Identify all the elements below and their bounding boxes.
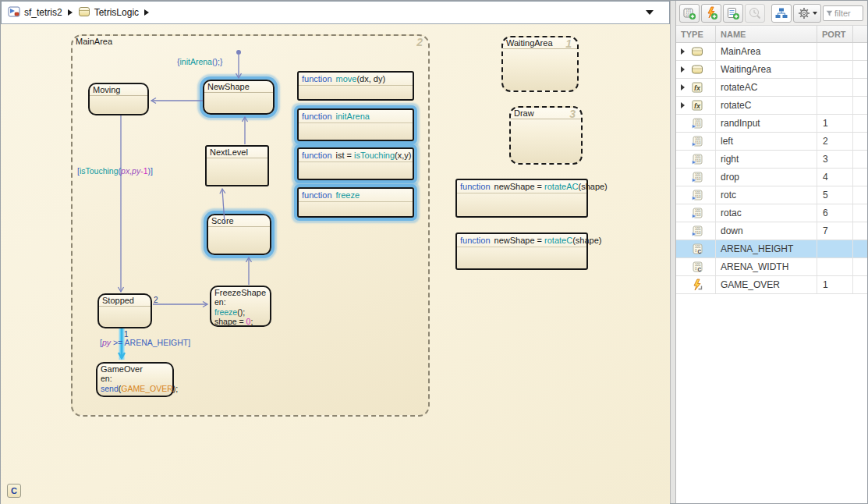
- name-cell[interactable]: rotc: [716, 186, 817, 204]
- name-cell[interactable]: MainArea: [716, 43, 817, 60]
- add-event-button[interactable]: [701, 4, 721, 23]
- table-row[interactable]: rotac6: [676, 204, 867, 222]
- name-cell[interactable]: WaitingArea: [716, 61, 817, 78]
- function-signature: functionnewShape = rotateC(shape): [457, 234, 586, 247]
- symbols-toolbar: 101010: [676, 1, 867, 26]
- port-cell[interactable]: [817, 61, 853, 78]
- state-newshape[interactable]: NewShape: [203, 80, 275, 115]
- chart-editor-pane: sf_tetris2 TetrisLogic MainArea 2 Waitin…: [1, 1, 670, 503]
- name-cell[interactable]: right: [716, 151, 817, 168]
- spacer-cell: [853, 97, 867, 114]
- port-cell[interactable]: 5: [817, 186, 853, 204]
- state-moving[interactable]: Moving: [88, 83, 149, 115]
- name-cell[interactable]: rotateC: [716, 97, 817, 114]
- expander-icon[interactable]: [681, 48, 685, 55]
- table-row[interactable]: drop4: [676, 169, 867, 186]
- port-cell[interactable]: 6: [817, 204, 853, 222]
- table-row[interactable]: MainArea: [676, 43, 867, 61]
- execution-order-badge: 2: [416, 36, 423, 48]
- state-draw[interactable]: Draw 3: [509, 106, 583, 165]
- add-data-button[interactable]: 101010: [679, 4, 700, 23]
- table-row[interactable]: rotateC: [676, 97, 867, 115]
- state-nextlevel[interactable]: NextLevel: [205, 145, 269, 186]
- port-cell[interactable]: [817, 79, 853, 96]
- settings-menu-button[interactable]: [793, 4, 821, 23]
- table-row[interactable]: randInput1: [676, 115, 867, 133]
- port-cell[interactable]: [817, 43, 853, 60]
- breadcrumb-arrow-icon[interactable]: [144, 9, 149, 16]
- name-cell[interactable]: drop: [716, 169, 817, 186]
- data-input-icon: [691, 135, 703, 147]
- breadcrumb-item-chart[interactable]: TetrisLogic: [94, 7, 139, 18]
- state-score[interactable]: Score: [207, 214, 271, 255]
- function-rotatec[interactable]: functionnewShape = rotateC(shape): [455, 232, 588, 270]
- filter-input[interactable]: [834, 9, 860, 18]
- function-move[interactable]: functionmove(dx, dy): [297, 71, 414, 101]
- function-istouching[interactable]: functionist = isTouching(x,y): [297, 147, 414, 180]
- spacer-cell: [853, 43, 867, 60]
- table-row[interactable]: rotc5: [676, 186, 867, 204]
- function-rotateac[interactable]: functionnewShape = rotateAC(shape): [455, 179, 588, 218]
- state-title: Score: [208, 215, 270, 227]
- chevron-down-icon[interactable]: [646, 10, 654, 15]
- table-row[interactable]: down7: [676, 222, 867, 240]
- name-cell[interactable]: rotac: [716, 204, 817, 222]
- type-cell: [676, 151, 716, 168]
- port-cell[interactable]: 4: [817, 169, 853, 186]
- function-icon: [691, 99, 703, 112]
- spacer-cell: [853, 240, 867, 257]
- data-input-icon: [691, 117, 703, 130]
- port-cell[interactable]: 3: [817, 151, 853, 168]
- table-row[interactable]: ARENA_HEIGHT: [676, 240, 867, 258]
- function-initarena[interactable]: functioninitArena: [297, 108, 414, 141]
- pane-divider[interactable]: [670, 1, 676, 503]
- port-cell[interactable]: [817, 258, 853, 275]
- function-signature: functionist = isTouching(x,y): [299, 149, 413, 162]
- execution-order-badge: 1: [565, 37, 572, 50]
- state-stopped[interactable]: Stopped: [97, 293, 152, 328]
- expander-icon[interactable]: [681, 102, 685, 108]
- name-cell[interactable]: ARENA_HEIGHT: [716, 240, 817, 257]
- state-freezeshape[interactable]: FreezeShape en: freeze(); shape = 0;: [210, 286, 271, 327]
- name-cell[interactable]: GAME_OVER: [716, 276, 817, 293]
- name-cell[interactable]: rotateAC: [716, 79, 817, 96]
- table-row[interactable]: ARENA_WIDTH: [676, 258, 867, 276]
- data-input-icon: [691, 189, 703, 201]
- function-freeze[interactable]: functionfreeze: [297, 187, 414, 218]
- chart-canvas[interactable]: MainArea 2 WaitingArea 1 Draw 3 Moving N…: [1, 24, 670, 504]
- expander-icon[interactable]: [681, 66, 685, 73]
- port-cell[interactable]: 2: [817, 133, 853, 150]
- name-cell[interactable]: randInput: [716, 115, 817, 132]
- port-cell[interactable]: [817, 240, 853, 257]
- port-cell[interactable]: 7: [817, 222, 853, 240]
- trace-selection-button[interactable]: [745, 4, 765, 23]
- name-cell[interactable]: down: [716, 222, 817, 240]
- expander-icon[interactable]: [681, 84, 685, 91]
- type-cell: [676, 258, 716, 275]
- state-gameover[interactable]: GameOver en: send(GAME_OVER);: [96, 362, 174, 397]
- state-waitingarea[interactable]: WaitingArea 1: [501, 36, 579, 92]
- view-hierarchy-button[interactable]: [771, 4, 792, 23]
- port-cell[interactable]: 1: [817, 276, 853, 293]
- table-row[interactable]: GAME_OVER1: [676, 276, 867, 294]
- state-icon: [691, 63, 703, 76]
- table-row[interactable]: left2: [676, 133, 867, 151]
- breadcrumb-arrow-icon[interactable]: [68, 9, 73, 16]
- table-row[interactable]: rotateAC: [676, 79, 867, 97]
- state-title: FreezeShape: [211, 287, 270, 297]
- action-language-badge[interactable]: C: [7, 484, 21, 498]
- type-cell: [676, 79, 716, 96]
- table-row[interactable]: right3: [676, 151, 867, 169]
- column-header-port: PORT: [817, 26, 853, 42]
- name-cell[interactable]: left: [716, 133, 817, 150]
- port-cell[interactable]: 1: [817, 115, 853, 132]
- function-signature: functionmove(dx, dy): [299, 73, 413, 86]
- table-row[interactable]: WaitingArea: [676, 61, 867, 79]
- name-cell[interactable]: ARENA_WIDTH: [716, 258, 817, 275]
- port-cell[interactable]: [817, 97, 853, 114]
- breadcrumb-item-model[interactable]: sf_tetris2: [24, 7, 62, 18]
- state-actions: en: freeze(); shape = 0;: [211, 297, 270, 327]
- spacer-cell: [853, 61, 867, 78]
- symbols-pane: 101010: [676, 1, 867, 503]
- add-message-button[interactable]: [723, 4, 743, 23]
